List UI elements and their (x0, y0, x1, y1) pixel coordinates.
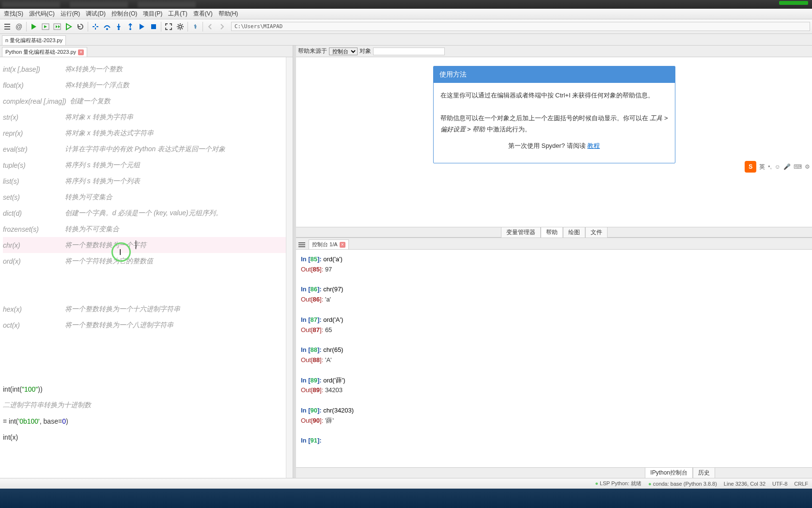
ime-face-icon[interactable]: ☺ (775, 163, 781, 170)
menu-源代码(C)[interactable]: 源代码(C) (26, 9, 58, 19)
right-pane: 帮助来源于 控制台 对象 使用方法 在这里你可以通过在编辑器或者终端中按 Ctr… (296, 46, 812, 478)
help-card-title: 使用方法 (434, 66, 675, 83)
debug-stop-icon[interactable] (148, 21, 159, 32)
help-tab-变量管理器[interactable]: 变量管理器 (501, 227, 541, 238)
code-line: dict(d) 创建一个字典。d 必须是一个 (key, value)元组序列。 (3, 205, 290, 221)
console-bottom-tabs: IPython控制台历史 (296, 467, 812, 478)
ime-lang[interactable]: 英 (759, 163, 765, 171)
code-line (3, 269, 290, 285)
minimap[interactable] (286, 57, 293, 478)
menu-调试(D)[interactable]: 调试(D) (83, 9, 109, 19)
help-panel: 使用方法 在这里你可以通过在编辑器或者终端中按 Ctrl+I 来获得任何对象的帮… (296, 57, 812, 227)
console-btab-历史[interactable]: 历史 (693, 467, 715, 478)
ipython-console[interactable]: In [85]: ord('a')Out[85]: 97In [86]: chr… (296, 250, 812, 467)
working-dir-path[interactable]: C:\Users\MIAPAD (231, 22, 810, 31)
menu-bar: 查找(S)源代码(C)运行(R)调试(D)控制台(O)项目(P)工具(T)查看(… (0, 9, 812, 19)
at-icon[interactable]: @ (14, 21, 24, 32)
code-line: frozenset(s) 转换为不可变集合 (3, 221, 290, 237)
progress-indicator (779, 1, 808, 5)
console-btab-IPython控制台[interactable]: IPython控制台 (645, 467, 693, 478)
project-tab-row: n 量化编程基础-2023.py (0, 34, 812, 46)
svg-point-6 (179, 25, 182, 28)
project-tab[interactable]: n 量化编程基础-2023.py (2, 35, 66, 45)
svg-rect-5 (151, 24, 156, 29)
help-object-input[interactable] (373, 48, 445, 55)
fullscreen-icon[interactable] (163, 21, 174, 32)
console-tab-bar: 控制台 1/A × (296, 238, 812, 250)
help-object-label: 对象 (359, 47, 371, 55)
close-icon[interactable]: × (340, 242, 345, 248)
code-line: float(x) 将x转换到一个浮点数 (3, 77, 290, 93)
back-icon[interactable] (205, 21, 216, 32)
windows-taskbar[interactable] (0, 489, 812, 508)
code-line: eval(str) 计算在字符串中的有效 Python 表达式并返回一个对象 (3, 141, 290, 157)
title-bar (0, 0, 812, 9)
tutorial-link[interactable]: 教程 (587, 142, 600, 149)
python-icon[interactable]: ⚕ (190, 21, 201, 32)
status-encoding: UTF-8 (772, 481, 787, 487)
run-cell-advance-icon[interactable] (52, 21, 62, 32)
status-lsp: LSP Python: 就绪 (595, 480, 641, 487)
svg-point-3 (118, 28, 120, 30)
menu-项目(P)[interactable]: 项目(P) (140, 9, 165, 19)
code-editor[interactable]: int(x [,base]) 将x转换为一个整数float(x) 将x转换到一个… (0, 57, 293, 478)
ime-toolbar[interactable]: S 英 •, ☺ 🎤 ⌨ ⚙ (743, 159, 812, 175)
sogou-icon[interactable]: S (745, 161, 756, 173)
help-text-2: 帮助信息可以在一个对象之后加上一个左圆括号的时候自动显示。你可以在 工具 > 偏… (440, 112, 668, 135)
settings-icon[interactable] (175, 21, 186, 32)
debug-step-icon[interactable] (90, 21, 101, 32)
run-cell-icon[interactable] (40, 21, 51, 32)
run-icon[interactable] (29, 21, 39, 32)
ime-keyboard-icon[interactable]: ⌨ (794, 163, 802, 170)
svg-point-2 (106, 28, 108, 30)
help-tutorial-row: 第一次使用 Spyder? 请阅读 教程 (440, 135, 668, 156)
code-line: hex(x) 将一个整数转换为一个十六进制字符串 (3, 301, 290, 317)
ime-gear-icon[interactable]: ⚙ (805, 163, 810, 170)
console-tab[interactable]: 控制台 1/A × (309, 239, 349, 249)
status-conda: conda: base (Python 3.8.8) (648, 481, 717, 487)
code-line: chr(x) 将一个整数转换为一个字符 (3, 237, 290, 253)
code-line: set(s) 转换为可变集合 (3, 189, 290, 205)
code-line (3, 285, 290, 301)
list-icon[interactable] (2, 21, 13, 32)
code-line: tuple(s) 将序列 s 转换为一个元组 (3, 157, 290, 173)
help-source-label: 帮助来源于 (298, 47, 327, 55)
menu-查看(V)[interactable]: 查看(V) (190, 9, 216, 19)
status-bar: LSP Python: 就绪 conda: base (Python 3.8.8… (0, 478, 812, 489)
editor-file-tab[interactable]: Python 量化编程基础-2023.py × (2, 47, 87, 57)
menu-控制台(O)[interactable]: 控制台(O) (109, 9, 140, 19)
help-tab-文件[interactable]: 文件 (585, 227, 608, 238)
close-icon[interactable]: × (78, 49, 84, 55)
help-card: 使用方法 在这里你可以通过在编辑器或者终端中按 Ctrl+I 来获得任何对象的帮… (433, 66, 675, 163)
ime-mic-icon[interactable]: 🎤 (783, 163, 791, 170)
menu-查找(S)[interactable]: 查找(S) (1, 9, 26, 19)
console-pane: 控制台 1/A × In [85]: ord('a')Out[85]: 97In… (296, 238, 812, 478)
debug-step-out-icon[interactable] (125, 21, 136, 32)
console-menu-icon[interactable] (298, 241, 306, 248)
code-line: list(s) 将序列 s 转换为一个列表 (3, 173, 290, 189)
code-line: str(x) 将对象 x 转换为字符串 (3, 109, 290, 125)
help-toolbar: 帮助来源于 控制台 对象 (296, 46, 812, 57)
status-eol: CRLF (794, 481, 808, 487)
debug-step-over-icon[interactable] (102, 21, 112, 32)
svg-point-4 (129, 28, 131, 30)
run-selection-icon[interactable] (63, 21, 74, 32)
code-line: oct(x) 将一个整数转换为一个八进制字符串 (3, 317, 290, 333)
rerun-icon[interactable] (75, 21, 86, 32)
debug-continue-icon[interactable] (137, 21, 147, 32)
editor-tab-bar: Python 量化编程基础-2023.py × (0, 46, 293, 57)
code-line: int(x [,base]) 将x转换为一个整数 (3, 61, 290, 77)
menu-运行(R)[interactable]: 运行(R) (58, 9, 83, 19)
status-position: Line 3236, Col 32 (724, 481, 765, 487)
menu-工具(T)[interactable]: 工具(T) (165, 9, 190, 19)
forward-icon[interactable] (217, 21, 227, 32)
help-tab-帮助[interactable]: 帮助 (541, 227, 563, 238)
main-toolbar: @ ⚕ C:\Users\MIAPAD (0, 19, 812, 34)
editor-pane: Python 量化编程基础-2023.py × int(x [,base]) 将… (0, 46, 293, 478)
help-tab-绘图[interactable]: 绘图 (563, 227, 585, 238)
code-line: ord(x) 将一个字符转换为它的整数值 (3, 253, 290, 269)
help-text-1: 在这里你可以通过在编辑器或者终端中按 Ctrl+I 来获得任何对象的帮助信息。 (440, 90, 668, 101)
debug-step-into-icon[interactable] (113, 21, 124, 32)
menu-帮助(H)[interactable]: 帮助(H) (216, 9, 241, 19)
help-source-select[interactable]: 控制台 (329, 48, 358, 55)
